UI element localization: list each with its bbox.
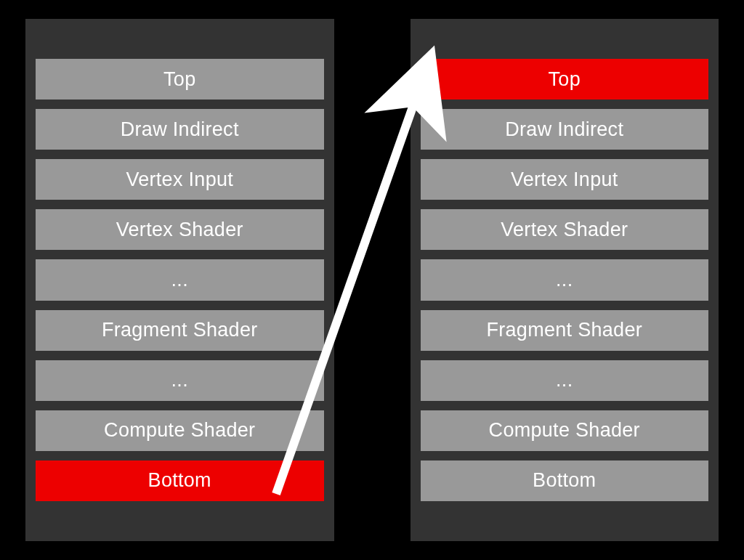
pipeline-stage: Compute Shader bbox=[36, 410, 324, 451]
pipeline-stage: Vertex Shader bbox=[421, 209, 709, 250]
pipeline-stage: ... bbox=[36, 360, 324, 401]
pipeline-stage: Fragment Shader bbox=[421, 310, 709, 351]
pipeline-stage: Vertex Input bbox=[421, 159, 709, 200]
pipeline-stage: Bottom bbox=[421, 460, 709, 501]
pipeline-stage: ... bbox=[36, 259, 324, 300]
right-pipeline-panel: Top Draw Indirect Vertex Input Vertex Sh… bbox=[411, 19, 719, 541]
pipeline-stage: Vertex Shader bbox=[36, 209, 324, 250]
pipeline-stage: Top bbox=[36, 59, 324, 100]
pipeline-stage-highlight: Top bbox=[421, 59, 709, 100]
pipeline-stage: ... bbox=[421, 259, 709, 300]
left-pipeline-panel: Top Draw Indirect Vertex Input Vertex Sh… bbox=[25, 19, 334, 541]
pipeline-stage: Fragment Shader bbox=[36, 310, 324, 351]
pipeline-stage-highlight: Bottom bbox=[36, 460, 324, 501]
pipeline-stage: ... bbox=[421, 360, 709, 401]
diagram-container: Top Draw Indirect Vertex Input Vertex Sh… bbox=[0, 0, 744, 560]
pipeline-stage: Draw Indirect bbox=[36, 109, 324, 150]
pipeline-stage: Draw Indirect bbox=[421, 109, 709, 150]
pipeline-stage: Compute Shader bbox=[421, 410, 709, 451]
pipeline-stage: Vertex Input bbox=[36, 159, 324, 200]
